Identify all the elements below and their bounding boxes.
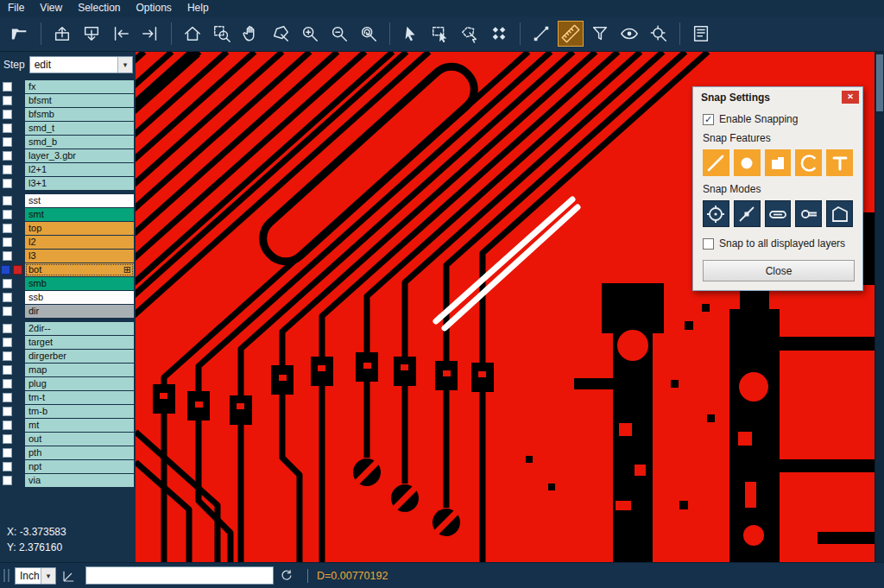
layer-label[interactable]: bfsmb (25, 108, 134, 121)
layer-label[interactable]: dirgerber (25, 350, 134, 363)
snap-feature-pad-button[interactable] (734, 149, 761, 176)
layer-visibility-checkbox[interactable] (3, 307, 12, 316)
layer-visibility-checkbox[interactable] (3, 279, 12, 288)
unit-select[interactable]: Inch ▾ (15, 567, 56, 585)
layer-visibility-checkbox[interactable] (3, 165, 12, 174)
scrollbar-thumb[interactable] (876, 54, 883, 111)
rect-select-button[interactable] (427, 21, 453, 47)
snap-feature-line-button[interactable] (703, 149, 729, 176)
layer-visibility-checkbox[interactable] (3, 393, 12, 402)
layer-visibility-checkbox[interactable] (3, 365, 12, 375)
layer-label[interactable]: 2dir-- (25, 322, 134, 335)
layer-label[interactable]: bfsmt (25, 94, 134, 107)
dialog-titlebar[interactable]: Snap Settings (693, 87, 862, 108)
polygon-zoom-button[interactable] (268, 21, 294, 47)
layer-visibility-checkbox[interactable] (3, 210, 12, 219)
layer-label[interactable]: npt (25, 460, 134, 473)
layer-label[interactable]: pth (25, 446, 134, 459)
vertical-scrollbar[interactable] (875, 52, 884, 562)
layer-visibility-checkbox[interactable] (3, 448, 12, 458)
grid-icon[interactable]: ⊞ (123, 263, 131, 276)
layer-label[interactable]: layer_3.gbr (25, 149, 134, 162)
layer-visibility-checkbox[interactable] (3, 462, 12, 471)
menu-item-help[interactable]: Help (180, 0, 217, 16)
layer-label[interactable]: smd_t (25, 122, 134, 135)
snap-all-layers-checkbox[interactable] (703, 238, 714, 250)
layer-label[interactable]: smt (25, 208, 134, 221)
layer-visibility-checkbox[interactable] (3, 82, 12, 92)
view-options-button[interactable] (616, 21, 642, 47)
layer-label[interactable]: target (25, 336, 134, 349)
load-bottom-button[interactable] (79, 21, 104, 47)
step-select[interactable]: edit ▾ (29, 56, 133, 73)
layer-visibility-checkbox[interactable] (3, 179, 12, 188)
zoom-reset-button[interactable] (356, 21, 382, 47)
zoom-region-button[interactable] (209, 21, 235, 47)
step-forward-button[interactable] (137, 21, 163, 47)
polygon-select-button[interactable] (457, 21, 483, 47)
chevron-down-icon[interactable]: ▾ (41, 568, 55, 584)
pan-button[interactable] (238, 21, 264, 47)
layer-visibility-checkbox[interactable] (3, 476, 12, 485)
layer-visibility-checkbox[interactable] (3, 407, 12, 416)
zoom-out-button[interactable] (326, 21, 352, 47)
layer-visibility-checkbox[interactable] (3, 96, 12, 105)
snap-mode-key-button[interactable] (795, 200, 822, 227)
layer-label[interactable]: l2 (25, 236, 134, 249)
layer-label[interactable]: mt (25, 419, 134, 432)
line-tool-button[interactable] (528, 21, 554, 47)
layer-visibility-checkbox[interactable] (3, 338, 12, 347)
snap-feature-text-button[interactable] (826, 149, 853, 176)
layer-visibility-checkbox[interactable] (1, 265, 10, 275)
layer-visibility-checkbox[interactable] (3, 110, 12, 119)
layer-label[interactable]: fx (25, 80, 134, 93)
measure-input[interactable] (85, 566, 274, 585)
layer-visibility-checkbox[interactable] (3, 251, 12, 261)
layer-visibility-checkbox[interactable] (3, 123, 12, 133)
layer-visibility-checkbox[interactable] (3, 351, 12, 361)
layer-label[interactable]: smd_b (25, 136, 134, 149)
layer-visibility-checkbox[interactable] (3, 293, 12, 302)
layer-label[interactable]: smb (25, 277, 134, 290)
layer-active-indicator[interactable] (13, 265, 22, 275)
menu-item-file[interactable]: File (0, 0, 32, 16)
zoom-in-button[interactable] (297, 21, 323, 47)
layer-visibility-checkbox[interactable] (3, 151, 12, 161)
layer-label[interactable]: tm-t (25, 391, 134, 404)
filter-button[interactable] (587, 21, 613, 47)
layer-visibility-checkbox[interactable] (3, 420, 12, 430)
report-button[interactable] (688, 21, 714, 47)
layer-label[interactable]: map (25, 364, 134, 376)
snap-feature-surface-button[interactable] (765, 149, 792, 176)
measure-button[interactable] (558, 21, 584, 47)
load-top-button[interactable] (49, 21, 75, 47)
snap-mode-slot-button[interactable] (765, 200, 792, 227)
layer-visibility-checkbox[interactable] (3, 224, 12, 233)
snap-feature-arc-button[interactable] (795, 149, 822, 176)
layer-label[interactable]: ssb (25, 291, 134, 304)
zoom-home-button[interactable] (180, 21, 205, 47)
menu-item-options[interactable]: Options (129, 0, 180, 16)
layer-visibility-checkbox[interactable] (3, 379, 12, 389)
open-button[interactable] (7, 21, 33, 47)
tiles-button[interactable] (486, 21, 512, 47)
layer-visibility-checkbox[interactable] (3, 196, 12, 205)
layer-label[interactable]: plug (25, 377, 134, 390)
layer-label[interactable]: dir (25, 305, 134, 318)
menu-item-selection[interactable]: Selection (70, 0, 128, 16)
snap-mode-contour-button[interactable] (826, 200, 853, 227)
layer-label[interactable]: l2+1 (25, 163, 134, 176)
layer-visibility-checkbox[interactable] (3, 137, 12, 147)
menu-item-view[interactable]: View (32, 0, 70, 16)
layer-label[interactable]: top (25, 222, 134, 235)
snap-mode-point-button[interactable] (734, 200, 761, 227)
net-search-button[interactable] (646, 21, 672, 47)
select-button[interactable] (398, 21, 424, 47)
layer-visibility-checkbox[interactable] (3, 324, 12, 333)
layer-label[interactable]: tm-b (25, 405, 134, 418)
step-back-button[interactable] (108, 21, 134, 47)
close-button[interactable]: Close (703, 260, 855, 281)
layer-label[interactable]: via (25, 474, 134, 487)
layer-label[interactable]: l3+1 (25, 177, 134, 190)
layer-label[interactable]: l3 (25, 250, 134, 262)
